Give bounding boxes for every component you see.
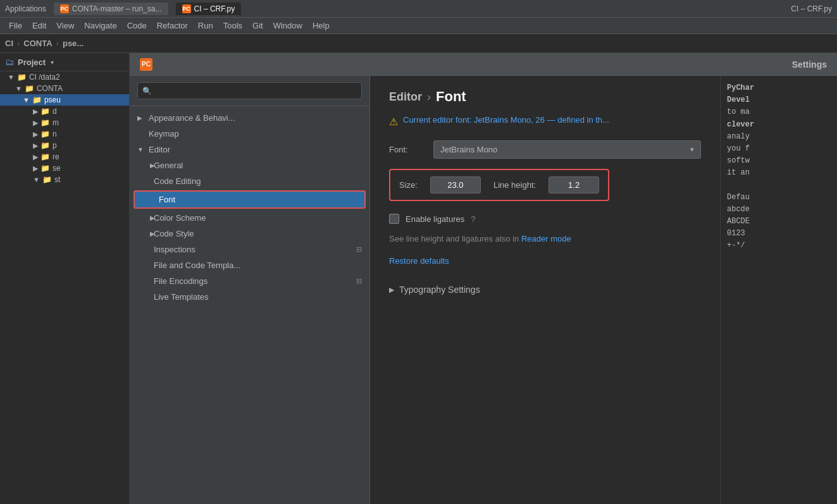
color-scheme-arrow: ▶ xyxy=(137,214,150,221)
font-field-label: Font: xyxy=(389,145,427,154)
menu-tools[interactable]: Tools xyxy=(220,20,246,32)
applications-label[interactable]: Applications xyxy=(5,4,46,13)
tree-item-ci[interactable]: ▼ 📁 CI /data2 xyxy=(0,71,129,83)
project-sidebar: 🗂 Project ▾ ▼ 📁 CI /data2 ▼ 📁 CONTA ▼ 📁 … xyxy=(0,53,130,504)
general-arrow: ▶ xyxy=(137,162,150,169)
menu-help[interactable]: Help xyxy=(309,20,333,32)
menu-file[interactable]: File xyxy=(5,20,26,32)
settings-item-font[interactable]: Font xyxy=(135,192,364,207)
breadcrumb-conta[interactable]: CONTA xyxy=(23,39,52,48)
keymap-label: Keymap xyxy=(149,129,179,138)
settings-pc-icon: PC xyxy=(140,58,152,71)
file-encodings-badge: ⊟ xyxy=(356,277,362,285)
reader-mode-text: See line height and ligatures also in xyxy=(389,234,519,243)
preview-line-1: PyChar xyxy=(727,82,831,94)
menu-window[interactable]: Window xyxy=(270,20,306,32)
restore-defaults-button[interactable]: Restore defaults xyxy=(389,256,701,266)
preview-line-11: abcde xyxy=(727,204,831,216)
tree-label-ci: CI /data2 xyxy=(29,73,60,82)
project-dropdown-icon[interactable]: ▾ xyxy=(51,59,54,66)
settings-right-panel: Editor › Font ⚠ Current editor font: Jet… xyxy=(370,76,720,504)
menu-git[interactable]: Git xyxy=(249,20,267,32)
preview-line-7: softw xyxy=(727,155,831,167)
tree-item-st[interactable]: ▼ 📁 st xyxy=(0,174,129,185)
d-folder-icon: 📁 xyxy=(40,107,50,116)
help-icon[interactable]: ? xyxy=(471,214,475,224)
tree-label-conta: CONTA xyxy=(37,84,63,93)
menu-bar: File Edit View Navigate Code Refactor Ru… xyxy=(0,18,837,34)
tree-item-m[interactable]: ▶ 📁 m xyxy=(0,117,129,128)
typography-section[interactable]: ▶ Typography Settings xyxy=(389,285,701,295)
warning-box: ⚠ Current editor font: JetBrains Mono, 2… xyxy=(389,115,701,128)
tree-label-re: re xyxy=(53,152,59,161)
enable-ligatures-checkbox[interactable] xyxy=(389,214,399,224)
preview-line-3: to ma xyxy=(727,106,831,118)
menu-view[interactable]: View xyxy=(53,20,78,32)
size-line-height-row: Size: Line height: xyxy=(389,169,609,201)
live-templates-label: Live Templates xyxy=(154,292,208,302)
top-bar-filename: CI – CRF.py xyxy=(791,4,832,13)
tree-label-n: n xyxy=(53,130,57,138)
p-folder-icon: 📁 xyxy=(40,141,50,150)
tree-label-m: m xyxy=(53,118,59,127)
warning-icon: ⚠ xyxy=(389,116,398,128)
settings-item-file-encodings[interactable]: File Encodings ⊟ xyxy=(130,273,369,289)
preview-line-2: Devel xyxy=(727,94,831,106)
tree-item-n[interactable]: ▶ 📁 n xyxy=(0,128,129,140)
settings-item-appearance[interactable]: ▶ Appearance & Behavi... xyxy=(130,110,369,126)
tree-item-conta[interactable]: ▼ 📁 CONTA xyxy=(0,83,129,94)
settings-item-file-templates[interactable]: File and Code Templa... xyxy=(130,257,369,273)
top-bar: Applications PC CONTA-master – run_sa...… xyxy=(0,0,837,18)
conta-folder-icon: 📁 xyxy=(25,84,34,93)
settings-item-live-templates[interactable]: Live Templates xyxy=(130,289,369,305)
editor-arrow: ▼ xyxy=(137,146,145,153)
tree-label-p: p xyxy=(53,141,57,150)
tree-item-pseu[interactable]: ▼ 📁 pseu xyxy=(0,94,129,106)
font-label: Font xyxy=(159,195,175,204)
settings-item-color-scheme[interactable]: ▶ Color Scheme xyxy=(130,210,369,226)
tree-label-pseu: pseu xyxy=(44,95,61,104)
breadcrumb-sep-1: › xyxy=(17,39,20,48)
menu-refactor[interactable]: Refactor xyxy=(153,20,192,32)
tree-label-se: se xyxy=(53,164,61,173)
tree-label-st: st xyxy=(54,175,60,184)
tab-conta[interactable]: PC CONTA-master – run_sa... xyxy=(54,3,168,15)
settings-search-container: 🔍 xyxy=(130,76,369,106)
tree-item-p[interactable]: ▶ 📁 p xyxy=(0,140,129,151)
se-folder-icon: 📁 xyxy=(40,164,50,173)
preview-line-6: you f xyxy=(727,143,831,155)
typography-arrow-icon: ▶ xyxy=(389,286,394,294)
appearance-arrow: ▶ xyxy=(137,114,145,121)
settings-item-keymap[interactable]: Keymap xyxy=(130,126,369,142)
preview-line-4: clever xyxy=(727,119,831,131)
settings-item-inspections[interactable]: Inspections ⊟ xyxy=(130,242,369,257)
tree-item-d[interactable]: ▶ 📁 d xyxy=(0,106,129,117)
menu-navigate[interactable]: Navigate xyxy=(80,20,120,32)
tree-item-se[interactable]: ▶ 📁 se xyxy=(0,163,129,174)
size-input[interactable] xyxy=(430,176,481,194)
settings-preview-panel: PyChar Devel to ma clever analy you f so… xyxy=(720,76,837,504)
line-height-input[interactable] xyxy=(549,176,599,194)
breadcrumb-ci[interactable]: CI xyxy=(5,39,13,48)
font-dropdown-arrow-icon: ▾ xyxy=(690,145,694,154)
settings-item-code-style[interactable]: ▶ Code Style xyxy=(130,226,369,242)
reader-mode-link[interactable]: Reader mode xyxy=(521,234,571,243)
settings-item-editor[interactable]: ▼ Editor xyxy=(130,142,369,157)
tree-item-re[interactable]: ▶ 📁 re xyxy=(0,151,129,163)
settings-item-code-editing[interactable]: Code Editing xyxy=(130,173,369,189)
enable-ligatures-label: Enable ligatures xyxy=(406,214,464,224)
menu-edit[interactable]: Edit xyxy=(28,20,50,32)
menu-code[interactable]: Code xyxy=(123,20,151,32)
project-folder-icon: 🗂 xyxy=(5,57,14,67)
breadcrumb-pse[interactable]: pse... xyxy=(63,39,84,48)
n-folder-icon: 📁 xyxy=(40,130,50,138)
enable-ligatures-row: Enable ligatures ? xyxy=(389,214,701,224)
settings-search-input[interactable] xyxy=(137,82,362,99)
code-style-label: Code Style xyxy=(154,229,194,238)
tab-ci[interactable]: PC CI – CRF.py xyxy=(176,3,242,15)
settings-item-general[interactable]: ▶ General xyxy=(130,157,369,173)
font-dropdown[interactable]: JetBrains Mono ▾ xyxy=(433,140,701,159)
menu-run[interactable]: Run xyxy=(194,20,217,32)
st-folder-icon: 📁 xyxy=(42,175,52,184)
main-layout: 🗂 Project ▾ ▼ 📁 CI /data2 ▼ 📁 CONTA ▼ 📁 … xyxy=(0,53,837,504)
